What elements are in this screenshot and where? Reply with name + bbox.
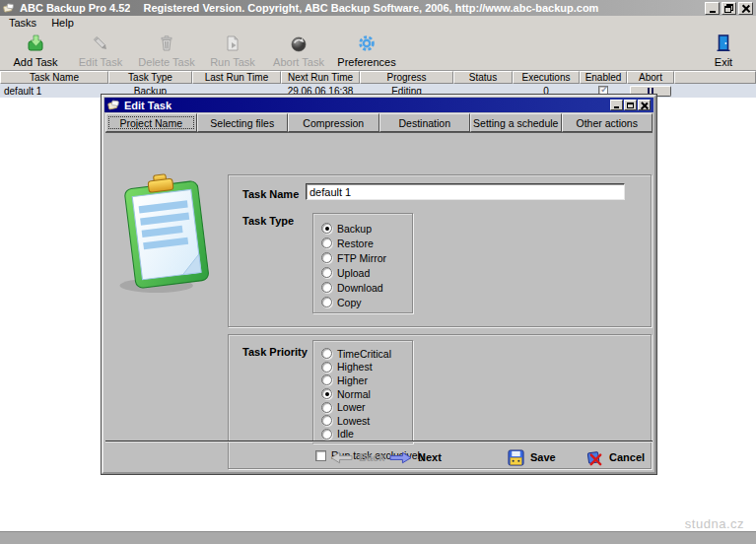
next-button[interactable]: Next — [389, 442, 442, 472]
tab-selecting-files[interactable]: Selecting files — [197, 113, 289, 132]
exit-button[interactable]: Exit — [695, 33, 752, 70]
radio-icon — [321, 267, 332, 278]
radio-backup[interactable]: Backup — [321, 221, 412, 236]
dialog-icon — [107, 100, 120, 110]
menu-help[interactable]: Help — [51, 17, 74, 29]
radio-timecritical[interactable]: TimeCritical — [321, 347, 412, 361]
radio-idle[interactable]: Idle — [321, 428, 412, 442]
column-header-enabled[interactable]: Enabled — [580, 71, 627, 84]
minimize-icon — [710, 11, 716, 13]
radio-icon — [321, 348, 332, 359]
column-header-filler — [674, 71, 756, 84]
close-button[interactable] — [738, 2, 753, 15]
delete-task-label: Delete Task — [138, 56, 194, 68]
column-header-progress[interactable]: Progress — [360, 71, 453, 84]
abort-task-icon — [288, 33, 309, 54]
radio-icon — [321, 282, 332, 293]
cancel-label: Cancel — [609, 451, 645, 463]
task-type-group: Backup Restore FTP Mirror Upload Downloa… — [312, 213, 413, 313]
save-label: Save — [530, 451, 556, 463]
task-priority-label: Task Priority — [242, 346, 308, 358]
radio-copy[interactable]: Copy — [321, 295, 412, 309]
radio-ftp-mirror[interactable]: FTP Mirror — [321, 250, 412, 265]
run-task-button[interactable]: Run Task — [200, 33, 265, 70]
app-icon — [3, 2, 15, 14]
dialog-button-bar: Back Next Save — [105, 442, 653, 472]
run-task-icon — [222, 33, 243, 54]
radio-label: Highest — [337, 361, 373, 373]
task-type-label: Task Type — [242, 215, 294, 227]
dialog-title: Edit Task — [124, 100, 172, 111]
window-title: ABC Backup Pro 4.52 — [20, 2, 130, 14]
dialog-close-button[interactable] — [638, 100, 651, 110]
column-header-last-run-time[interactable]: Last Run Time — [192, 71, 281, 84]
main-titlebar: ABC Backup Pro 4.52 Registered Version. … — [0, 0, 756, 16]
window-title-note: Registered Version. Copyright, ABC Backu… — [143, 2, 700, 14]
column-header-executions[interactable]: Executions — [513, 71, 580, 84]
task-priority-group: TimeCritical Highest Higher Normal Lower… — [312, 340, 413, 443]
column-header-task-name[interactable]: Task Name — [0, 71, 108, 84]
close-icon — [641, 102, 648, 108]
exit-label: Exit — [715, 56, 732, 68]
preferences-button[interactable]: Preferences — [334, 33, 399, 70]
tab-project-name[interactable]: Project Name — [105, 113, 197, 132]
radio-restore[interactable]: Restore — [321, 236, 412, 250]
toolbar: Add Task Edit Task — [0, 30, 756, 71]
radio-highest[interactable]: Highest — [321, 361, 412, 374]
radio-label: FTP Mirror — [337, 252, 386, 264]
restore-button[interactable] — [722, 2, 736, 15]
cell-filler — [674, 84, 756, 98]
task-table-header: Task Name Task Type Last Run Time Next R… — [0, 71, 756, 84]
task-name-label: Task Name — [242, 188, 299, 200]
exit-door-icon — [713, 33, 734, 54]
dialog-maximize-button[interactable] — [624, 100, 637, 110]
menu-tasks[interactable]: Tasks — [9, 17, 36, 29]
radio-icon — [321, 297, 332, 307]
add-task-button[interactable]: Add Task — [3, 33, 68, 70]
radio-icon — [321, 252, 332, 263]
radio-label: Download — [337, 282, 383, 294]
radio-label: TimeCritical — [337, 348, 391, 360]
radio-lower[interactable]: Lower — [321, 400, 412, 414]
maximize-icon — [627, 102, 634, 108]
radio-normal[interactable]: Normal — [321, 387, 412, 401]
dialog-tabs: Project Name Selecting files Compression… — [105, 113, 653, 133]
tab-compression[interactable]: Compression — [288, 113, 379, 132]
abc-backup-main-window: ABC Backup Pro 4.52 Registered Version. … — [0, 0, 756, 544]
cancel-button[interactable]: Cancel — [586, 442, 645, 472]
next-arrow-icon — [389, 451, 412, 464]
abort-task-button[interactable]: Abort Task — [266, 33, 331, 70]
back-button[interactable]: Back — [330, 442, 384, 472]
minimize-button[interactable] — [705, 2, 720, 15]
edit-task-button[interactable]: Edit Task — [68, 33, 133, 70]
radio-lowest[interactable]: Lowest — [321, 414, 412, 428]
column-header-status[interactable]: Status — [453, 71, 513, 84]
radio-download[interactable]: Download — [321, 280, 412, 295]
radio-label: Lowest — [337, 415, 370, 427]
tab-setting-a-schedule[interactable]: Setting a schedule — [470, 113, 562, 132]
task-name-panel: Task Name Task Type Backup Restore FTP M… — [228, 174, 652, 327]
tab-destination[interactable]: Destination — [379, 113, 471, 132]
radio-label: Normal — [337, 388, 371, 400]
delete-task-button[interactable]: Delete Task — [134, 33, 199, 70]
next-label: Next — [418, 451, 442, 463]
save-button[interactable]: Save — [508, 442, 556, 472]
pause-icon — [648, 88, 650, 94]
column-header-task-type[interactable]: Task Type — [108, 71, 192, 84]
preferences-gear-icon — [356, 33, 378, 54]
radio-label: Upload — [337, 267, 370, 279]
add-task-label: Add Task — [13, 56, 57, 68]
pause-icon — [652, 88, 653, 94]
run-task-label: Run Task — [210, 56, 255, 68]
tab-other-actions[interactable]: Other actions — [562, 113, 653, 132]
column-header-abort[interactable]: Abort — [627, 71, 674, 84]
column-header-next-run-time[interactable]: Next Run Time — [281, 71, 360, 84]
edit-task-dialog: Edit Task Project Name Selecting files C… — [102, 95, 656, 474]
radio-icon — [321, 429, 332, 440]
task-name-input[interactable] — [306, 183, 625, 200]
dialog-minimize-button[interactable] — [610, 100, 623, 110]
abort-task-label: Abort Task — [273, 56, 324, 68]
radio-higher[interactable]: Higher — [321, 374, 412, 387]
back-label: Back — [359, 451, 384, 463]
radio-upload[interactable]: Upload — [321, 265, 412, 280]
